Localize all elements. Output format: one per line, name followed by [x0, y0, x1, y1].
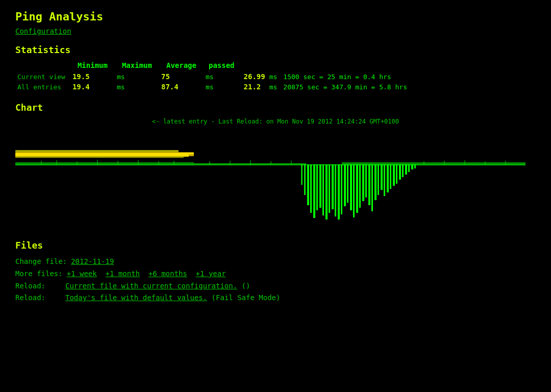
more-files-1week[interactable]: +1 week [67, 270, 97, 278]
reload2-content: Today's file with default values. (Fail … [65, 292, 280, 304]
reload2-suffix: (Fail Safe Mode) [212, 293, 281, 302]
more-files-row: More files: +1 week +1 month +6 months +… [15, 268, 536, 280]
row-label-all: All entries [15, 82, 70, 92]
statistics-heading: Statistics [15, 44, 536, 55]
svg-rect-37 [387, 164, 389, 192]
svg-rect-48 [56, 160, 57, 165]
svg-rect-4 [15, 156, 184, 158]
svg-rect-11 [307, 164, 309, 205]
svg-rect-16 [322, 164, 324, 215]
page-title: Ping Analysis [15, 10, 536, 23]
svg-rect-6 [15, 162, 194, 165]
col-minimum: Minimum [70, 60, 115, 71]
more-files-1year[interactable]: +1 year [196, 270, 226, 278]
svg-rect-44 [408, 164, 410, 172]
more-files-label: More files: [15, 268, 63, 280]
min-unit-current: ms [115, 71, 159, 82]
svg-rect-12 [310, 164, 312, 213]
svg-rect-10 [304, 164, 306, 195]
statistics-section: Statistics Minimum Maximum Average passe… [15, 44, 536, 92]
svg-rect-33 [374, 164, 377, 200]
avg-unit-all: ms [267, 82, 282, 92]
reload2-link[interactable]: Today's file with default values. [65, 293, 207, 302]
svg-rect-15 [319, 164, 321, 208]
avg-val-current: 26.99 [242, 71, 267, 82]
svg-rect-27 [356, 164, 358, 213]
change-file-label: Change file: [15, 256, 67, 268]
svg-rect-52 [138, 160, 139, 165]
svg-rect-14 [316, 164, 318, 210]
svg-rect-65 [15, 153, 194, 154]
col-passed: passed [204, 60, 242, 71]
svg-rect-3 [15, 150, 179, 152]
col-maximum: Maximum [115, 60, 159, 71]
reload1-link[interactable]: Current file with current configuration. [65, 282, 237, 290]
files-heading: Files [15, 240, 536, 251]
svg-rect-0 [15, 128, 525, 219]
svg-rect-17 [325, 164, 328, 219]
svg-rect-30 [365, 164, 367, 198]
col-label [15, 60, 70, 71]
svg-rect-13 [313, 164, 315, 218]
svg-rect-50 [97, 160, 98, 165]
svg-rect-36 [384, 164, 385, 196]
chart-label: <- latest entry - Last Reload: on Mon No… [15, 118, 536, 125]
svg-rect-32 [371, 164, 373, 211]
reload1-row: Reload: Current file with current config… [15, 280, 536, 292]
passed-current: 1500 sec = 25 min = 0.4 hrs [281, 71, 409, 82]
svg-rect-42 [402, 164, 404, 177]
chart-section: Chart <- latest entry - Last Reload: on … [15, 102, 536, 230]
svg-rect-39 [393, 164, 395, 186]
max-unit-current: ms [204, 71, 242, 82]
svg-rect-56 [230, 161, 231, 165]
svg-rect-51 [117, 161, 118, 165]
max-unit-all: ms [204, 82, 242, 92]
svg-rect-35 [381, 164, 383, 190]
svg-rect-34 [378, 164, 379, 195]
row-label-current: Current view [15, 71, 70, 82]
min-val-current: 19.5 [70, 71, 115, 82]
change-file-link[interactable]: 2012-11-19 [71, 257, 114, 265]
reload1-label: Reload: [15, 280, 61, 292]
config-section: Configuration [15, 27, 536, 35]
svg-rect-45 [411, 164, 413, 169]
min-unit-all: ms [115, 82, 159, 92]
chart-svg [15, 128, 525, 219]
svg-rect-57 [250, 160, 251, 165]
svg-rect-9 [301, 164, 303, 185]
svg-rect-19 [332, 164, 334, 209]
svg-rect-26 [353, 164, 355, 217]
svg-rect-62 [464, 160, 465, 165]
svg-rect-38 [390, 164, 391, 189]
svg-rect-21 [338, 164, 340, 219]
more-files-6months[interactable]: +6 months [148, 270, 187, 278]
files-section: Files Change file: 2012-11-19 More files… [15, 240, 536, 304]
statistics-table: Minimum Maximum Average passed Current v… [15, 60, 409, 92]
reload2-row: Reload: Today's file with default values… [15, 292, 536, 304]
passed-all: 20875 sec = 347.9 min = 5.8 hrs [281, 82, 409, 92]
max-val-all: 87.4 [159, 82, 204, 92]
svg-rect-63 [485, 161, 486, 165]
svg-rect-40 [396, 164, 397, 184]
svg-rect-25 [350, 164, 352, 210]
change-file-link-wrapper: 2012-11-19 [71, 256, 114, 268]
col-average: Average [159, 60, 204, 71]
svg-rect-41 [399, 164, 401, 180]
svg-rect-53 [158, 161, 159, 165]
stats-row-current: Current view 19.5 ms 75 ms 26.99 ms 1500… [15, 71, 409, 82]
svg-rect-28 [359, 164, 361, 208]
svg-rect-55 [209, 161, 210, 165]
stats-row-all: All entries 19.4 ms 87.4 ms 21.2 ms 2087… [15, 82, 409, 92]
configuration-link[interactable]: Configuration [15, 27, 71, 35]
svg-rect-60 [423, 161, 424, 165]
max-val-current: 75 [159, 71, 204, 82]
svg-rect-20 [335, 164, 336, 216]
more-files-1month[interactable]: +1 month [106, 270, 140, 278]
svg-rect-46 [414, 164, 416, 168]
reload1-content: Current file with current configuration.… [65, 280, 250, 292]
reload2-label: Reload: [15, 292, 61, 304]
svg-rect-43 [405, 164, 407, 175]
svg-rect-22 [341, 164, 342, 214]
files-rows: Change file: 2012-11-19 More files: +1 w… [15, 256, 536, 304]
min-val-all: 19.4 [70, 82, 115, 92]
